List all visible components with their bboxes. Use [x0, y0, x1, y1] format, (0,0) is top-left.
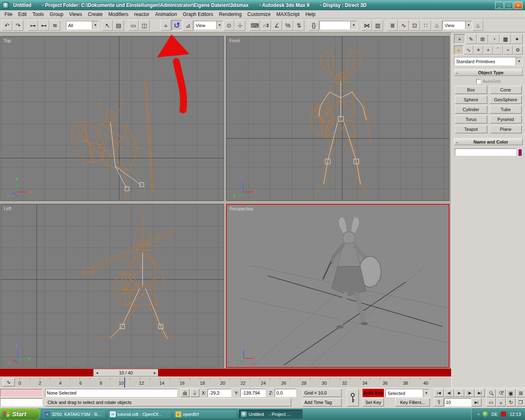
tab-utilities[interactable]: ✦ [511, 34, 523, 44]
object-type-button[interactable]: Plane [490, 125, 522, 133]
close-button[interactable]: × [514, 2, 523, 9]
arc-rotate-button[interactable]: ↻ [506, 398, 516, 406]
chevron-down-icon[interactable]: ▼ [423, 389, 429, 397]
use-center-button[interactable]: ⊙ [224, 20, 234, 31]
rectangular-selection-button[interactable]: ▭ [128, 20, 139, 31]
maxscript-mini-listener[interactable] [0, 398, 43, 406]
selection-status-field[interactable] [45, 389, 177, 397]
object-type-button[interactable]: Tube [490, 105, 522, 114]
menu-item[interactable]: Edit [15, 11, 30, 18]
schematic-view-button[interactable]: ⊡ [409, 20, 420, 31]
layer-manager-button[interactable]: ≣ [387, 20, 398, 31]
category-systems[interactable]: ⚙ [513, 46, 523, 55]
absolute-offset-toggle[interactable] [190, 389, 199, 397]
edit-named-selections-button[interactable]: {} [308, 20, 319, 31]
next-frame-arrow-icon[interactable]: ► [152, 370, 158, 376]
selection-filter-dropdown[interactable]: All ▼ [66, 21, 99, 30]
language-indicator[interactable]: DE [491, 412, 498, 417]
menu-item[interactable]: Rendering [216, 11, 244, 18]
category-shapes[interactable]: ∿ [464, 46, 473, 55]
track-bar[interactable]: ∿ 0246810121416182022242628303234363840 [0, 377, 451, 388]
taskbar-task-tutorial-odt[interactable]: W tutorial.odt - OpenOf... [107, 409, 171, 419]
y-coordinate-field[interactable] [240, 389, 266, 397]
tab-motion[interactable]: ◔ [488, 34, 500, 44]
unlink-selection-button[interactable]: ⊷ [39, 20, 49, 31]
go-to-start-button[interactable]: |◀ [434, 389, 444, 397]
viewport-label-left[interactable]: Left [4, 206, 11, 211]
percent-snap-button[interactable]: % [283, 20, 293, 31]
zoom-region-button[interactable]: ▭ [486, 398, 496, 406]
selection-lock-button[interactable] [180, 389, 189, 397]
viewport-label-front[interactable]: Front [229, 38, 240, 43]
category-cameras[interactable]: ⌖ [484, 46, 493, 55]
align-button[interactable]: ▥ [372, 20, 383, 31]
mini-curve-editor-button[interactable]: ∿ [2, 378, 15, 386]
tab-modify[interactable]: ✎ [466, 34, 477, 44]
viewport-label-perspective[interactable]: Perspective [230, 206, 253, 211]
reference-coordinate-dropdown[interactable]: View ▼ [194, 21, 223, 30]
menu-item[interactable]: Modifiers [105, 11, 131, 18]
category-lights[interactable]: ☀ [474, 46, 483, 55]
menu-item[interactable]: Tools [30, 11, 47, 18]
render-setup-button[interactable]: ♨ [431, 20, 442, 31]
antivirus-tray-icon[interactable] [501, 411, 506, 417]
quick-render-button[interactable]: ♨ [472, 20, 483, 31]
taskbar-task-kataklysm[interactable]: ≡ 3250. KATAKLYSM - B... [42, 409, 106, 419]
taskbar-task-openbrf[interactable]: ▸ openBrf [173, 409, 237, 419]
material-editor-button[interactable]: ∷ [420, 20, 431, 31]
menu-item[interactable]: MAXScript [274, 11, 303, 18]
object-color-swatch[interactable] [518, 149, 522, 156]
autogrid-checkbox[interactable] [476, 79, 481, 84]
viewport-perspective[interactable]: Perspective [226, 204, 450, 368]
zoom-button[interactable] [486, 389, 496, 397]
name-and-color-rollout[interactable]: - Name and Color [454, 138, 523, 145]
taskbar-task-3dsmax[interactable]: 3 Untitled - Project ... [239, 409, 303, 419]
key-filter-scope-dropdown[interactable]: Selected ▼ [386, 389, 430, 397]
object-type-button[interactable]: Cone [490, 86, 522, 94]
viewport-front[interactable]: Front [226, 36, 450, 201]
add-time-tag[interactable]: Add Time Tag [302, 398, 342, 406]
curve-editor-button[interactable]: ∿ [398, 20, 409, 31]
menu-item[interactable]: Help [302, 11, 318, 18]
tray-expand-icon[interactable]: « [477, 412, 479, 416]
menu-item[interactable]: File [2, 11, 15, 18]
pan-button[interactable]: ↔↕ [496, 398, 506, 406]
z-coordinate-input[interactable] [275, 390, 296, 395]
x-coordinate-input[interactable] [208, 390, 231, 395]
mirror-button[interactable]: ⋈ [361, 20, 372, 31]
auto-key-button[interactable]: Auto Key [363, 389, 384, 397]
current-frame-input[interactable] [445, 400, 471, 405]
set-key-button[interactable]: Set Key [363, 398, 384, 406]
snap-toggle-3d-button[interactable]: ∩3 [260, 20, 271, 31]
previous-frame-button[interactable]: ◀| [444, 389, 454, 397]
object-type-button[interactable]: Sphere [455, 96, 487, 104]
key-filters-button[interactable]: Key Filters... [395, 398, 430, 406]
z-coordinate-field[interactable] [275, 389, 296, 397]
chevron-down-icon[interactable]: ▼ [92, 21, 98, 29]
angle-snap-button[interactable]: ∠ [272, 20, 282, 31]
redo-button[interactable]: ↷ [13, 20, 23, 31]
object-name-input[interactable] [455, 148, 516, 156]
object-type-button[interactable]: Pyramid [490, 115, 522, 123]
spinner-snap-button[interactable]: ⇅ [294, 20, 304, 31]
select-and-rotate-button[interactable]: ↺ [171, 20, 182, 31]
keyboard-override-button[interactable]: ⌨ [249, 20, 260, 31]
bind-to-space-warp-button[interactable]: ≋ [50, 20, 60, 31]
menu-item[interactable]: Animation [152, 11, 180, 18]
selection-status-input[interactable] [46, 390, 177, 395]
zoom-extents-all-button[interactable]: ⊞ [516, 389, 525, 397]
select-and-scale-button[interactable]: ⊿ [183, 20, 193, 31]
scene-object-warrior-top[interactable] [1, 37, 224, 201]
key-mode-toggle-button[interactable] [434, 398, 444, 406]
menu-item[interactable]: Views [66, 11, 85, 18]
menu-item[interactable]: Graph Editors [180, 11, 216, 18]
min-max-toggle-button[interactable]: ❒ [516, 398, 525, 406]
select-object-button[interactable]: ↖ [102, 20, 113, 31]
tab-display[interactable]: ▦ [500, 34, 511, 44]
viewport-top[interactable]: Top [0, 36, 224, 201]
menu-item[interactable]: reactor [131, 11, 152, 18]
next-frame-button[interactable]: |▶ [465, 389, 475, 397]
select-and-move-button[interactable]: ↔↕ [160, 20, 171, 31]
previous-frame-arrow-icon[interactable]: ◄ [94, 370, 100, 376]
menu-item[interactable]: Group [47, 11, 66, 18]
